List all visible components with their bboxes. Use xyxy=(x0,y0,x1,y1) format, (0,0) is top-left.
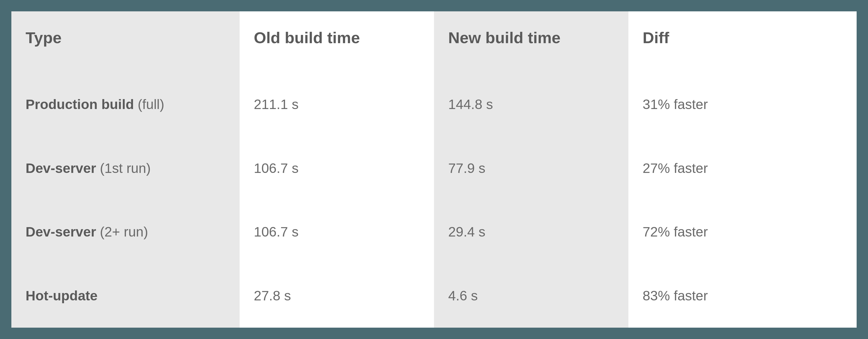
cell-old: 27.8 s xyxy=(240,264,434,328)
cell-diff: 31% faster xyxy=(628,72,857,136)
cell-diff: 83% faster xyxy=(628,264,857,328)
table-row: Hot-update 27.8 s 4.6 s 83% faster xyxy=(11,264,857,328)
table-header-row: Type Old build time New build time Diff xyxy=(11,11,857,72)
header-diff: Diff xyxy=(628,11,857,72)
cell-new: 29.4 s xyxy=(434,200,628,264)
header-type: Type xyxy=(11,11,240,72)
type-name: Dev-server xyxy=(26,224,96,239)
cell-new: 4.6 s xyxy=(434,264,628,328)
table-row: Dev-server (1st run) 106.7 s 77.9 s 27% … xyxy=(11,136,857,200)
header-new-build-time: New build time xyxy=(434,11,628,72)
type-name: Production build xyxy=(26,97,134,112)
cell-diff: 27% faster xyxy=(628,136,857,200)
cell-type: Dev-server (2+ run) xyxy=(11,200,240,264)
table-row: Production build (full) 211.1 s 144.8 s … xyxy=(11,72,857,136)
type-name: Dev-server xyxy=(26,161,96,176)
type-suffix: (2+ run) xyxy=(96,224,148,239)
cell-old: 106.7 s xyxy=(240,136,434,200)
cell-diff: 72% faster xyxy=(628,200,857,264)
cell-new: 77.9 s xyxy=(434,136,628,200)
table-row: Dev-server (2+ run) 106.7 s 29.4 s 72% f… xyxy=(11,200,857,264)
cell-type: Production build (full) xyxy=(11,72,240,136)
type-suffix: (full) xyxy=(134,97,164,112)
cell-new: 144.8 s xyxy=(434,72,628,136)
type-suffix: (1st run) xyxy=(96,161,151,176)
type-name: Hot-update xyxy=(26,288,97,303)
cell-type: Dev-server (1st run) xyxy=(11,136,240,200)
cell-type: Hot-update xyxy=(11,264,240,328)
cell-old: 211.1 s xyxy=(240,72,434,136)
header-old-build-time: Old build time xyxy=(240,11,434,72)
comparison-table: Type Old build time New build time Diff … xyxy=(11,11,857,328)
build-time-table: Type Old build time New build time Diff … xyxy=(11,11,857,328)
cell-old: 106.7 s xyxy=(240,200,434,264)
